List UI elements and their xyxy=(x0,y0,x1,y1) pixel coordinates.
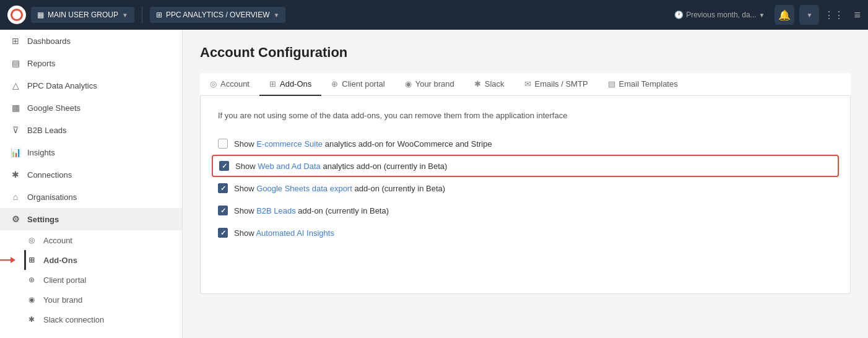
connections-icon: ✱ xyxy=(10,169,21,180)
clock-icon: 🕐 xyxy=(674,11,684,19)
dashboards-icon: ⊞ xyxy=(10,35,21,46)
page-title: Account Configuration xyxy=(200,45,851,61)
sidebar-label-client-portal: Client portal xyxy=(43,275,86,285)
sidebar-item-settings[interactable]: ⚙ Settings xyxy=(0,208,182,230)
checkbox-row-web-ad-data: Show Web and Ad Data analytics add-on (c… xyxy=(212,155,839,177)
topbar-separator xyxy=(142,6,142,24)
ecommerce-link[interactable]: E-commerce Suite xyxy=(256,139,323,149)
sidebar-label-insights: Insights xyxy=(27,148,55,157)
sidebar-item-client-portal[interactable]: ⊕ Client portal xyxy=(26,270,182,290)
sidebar-item-connections[interactable]: ✱ Connections xyxy=(0,163,182,186)
sidebar-label-sheets: Google Sheets xyxy=(27,103,80,113)
checkbox-google-sheets[interactable] xyxy=(218,183,228,193)
tab-client-portal[interactable]: ⊕ Client portal xyxy=(321,73,394,96)
tab-email-templates-label: Email Templates xyxy=(619,79,678,89)
topbar-chevron-btn[interactable]: ▼ xyxy=(799,5,819,25)
sidebar-item-account[interactable]: ◎ Account xyxy=(26,230,182,250)
sidebar-item-dashboards[interactable]: ⊞ Dashboards xyxy=(0,30,182,52)
main-content: Account Configuration ◎ Account ⊞ Add-On… xyxy=(183,30,868,338)
checkbox-ecommerce[interactable] xyxy=(218,139,228,149)
group-label: MAIN USER GROUP xyxy=(48,11,118,19)
content-panel: If you are not using some of the data ad… xyxy=(200,96,851,294)
sidebar-item-insights[interactable]: 📊 Insights xyxy=(0,141,182,163)
settings-icon: ⚙ xyxy=(10,214,21,225)
sidebar-item-organisations[interactable]: ⌂ Organisations xyxy=(0,186,182,208)
tab-addons-label: Add-Ons xyxy=(280,79,311,89)
checkbox-row-ecommerce: Show E-commerce Suite analytics add-on f… xyxy=(218,132,833,155)
page-icon: ⊞ xyxy=(156,11,162,19)
tab-your-brand[interactable]: ◉ Your brand xyxy=(395,73,464,96)
sidebar-label-reports: Reports xyxy=(27,59,56,68)
sidebar-item-add-ons[interactable]: ⊞ Add-Ons xyxy=(24,250,182,270)
sidebar: ⊞ Dashboards ▤ Reports △ PPC Data Analyt… xyxy=(0,30,183,338)
sidebar-label-ppc: PPC Data Analytics xyxy=(27,81,97,90)
sheets-link[interactable]: Google Sheets data export xyxy=(256,184,352,193)
date-chevron-icon: ▼ xyxy=(759,12,765,19)
tab-email-templates[interactable]: ▤ Email Templates xyxy=(598,73,688,96)
tab-addons-icon: ⊞ xyxy=(269,79,276,89)
checkbox-sheets-label: Show Google Sheets data export add-on (c… xyxy=(234,184,445,193)
tab-emails-icon: ✉ xyxy=(524,79,531,89)
tabs: ◎ Account ⊞ Add-Ons ⊕ Client portal ◉ Yo… xyxy=(200,73,851,96)
tab-your-brand-label: Your brand xyxy=(415,79,454,89)
tab-slack-label: Slack xyxy=(485,79,505,89)
sidebar-item-your-brand[interactable]: ◉ Your brand xyxy=(26,290,182,310)
sidebar-item-reports[interactable]: ▤ Reports xyxy=(0,52,182,74)
page-selector[interactable]: ⊞ PPC ANALYTICS / OVERVIEW ▼ xyxy=(150,7,286,23)
checkbox-ecommerce-label: Show E-commerce Suite analytics add-on f… xyxy=(234,139,492,149)
sidebar-item-slack-connection[interactable]: ✱ Slack connection xyxy=(26,310,182,329)
date-label: Previous month, da... xyxy=(686,11,756,19)
tab-account[interactable]: ◎ Account xyxy=(200,73,259,96)
content-description: If you are not using some of the data ad… xyxy=(218,111,833,120)
web-ad-link[interactable]: Web and Ad Data xyxy=(258,162,321,171)
red-arrow-annotation xyxy=(0,257,15,263)
sidebar-label-b2b: B2B Leads xyxy=(27,126,67,135)
sidebar-item-google-sheets[interactable]: ▦ Google Sheets xyxy=(0,97,182,119)
addons-icon: ⊞ xyxy=(26,254,37,266)
page-label: PPC ANALYTICS / OVERVIEW xyxy=(166,11,270,19)
layout: ⊞ Dashboards ▤ Reports △ PPC Data Analyt… xyxy=(0,30,868,338)
page-chevron-icon: ▼ xyxy=(274,12,280,19)
sidebar-label-connections: Connections xyxy=(27,170,72,180)
organisations-icon: ⌂ xyxy=(10,191,21,202)
tab-client-portal-icon: ⊕ xyxy=(331,79,338,89)
topbar: ▦ MAIN USER GROUP ▼ ⊞ PPC ANALYTICS / OV… xyxy=(0,0,868,30)
checkbox-ai-insights[interactable] xyxy=(218,228,228,238)
tab-emails-label: Emails / SMTP xyxy=(535,79,588,89)
tab-account-icon: ◎ xyxy=(210,79,217,89)
notification-icon[interactable]: 🔔 xyxy=(775,5,794,25)
tab-emails-smtp[interactable]: ✉ Emails / SMTP xyxy=(514,73,598,96)
checkbox-row-google-sheets: Show Google Sheets data export add-on (c… xyxy=(218,177,833,199)
checkbox-row-b2b-leads: Show B2B Leads add-on (currently in Beta… xyxy=(218,199,833,222)
sidebar-label-account: Account xyxy=(43,236,72,245)
tab-slack-icon: ✱ xyxy=(474,79,481,89)
tab-add-ons[interactable]: ⊞ Add-Ons xyxy=(259,73,321,96)
checkbox-row-ai-insights: Show Automated AI Insights xyxy=(218,222,833,244)
account-icon: ◎ xyxy=(26,235,37,246)
sidebar-item-ppc-data[interactable]: △ PPC Data Analytics xyxy=(0,74,182,97)
group-icon: ▦ xyxy=(37,11,44,19)
checkbox-b2b-leads[interactable] xyxy=(218,206,228,215)
slack-icon: ✱ xyxy=(26,314,37,325)
tab-slack[interactable]: ✱ Slack xyxy=(464,73,514,96)
checkbox-web-ad-data[interactable] xyxy=(219,161,229,171)
ai-link[interactable]: Automated AI Insights xyxy=(256,228,334,238)
b2b-icon: ⊽ xyxy=(10,124,21,136)
tab-email-templates-icon: ▤ xyxy=(608,79,615,89)
hamburger-icon[interactable]: ≡ xyxy=(854,9,861,22)
checkbox-web-ad-label: Show Web and Ad Data analytics add-on (c… xyxy=(235,162,447,171)
tab-client-portal-label: Client portal xyxy=(342,79,384,89)
sidebar-item-b2b-leads[interactable]: ⊽ B2B Leads xyxy=(0,119,182,141)
sidebar-label-organisations: Organisations xyxy=(27,193,77,202)
sidebar-label-settings: Settings xyxy=(27,215,59,224)
app-logo xyxy=(7,6,26,24)
checkbox-ai-label: Show Automated AI Insights xyxy=(234,228,334,238)
share-icon[interactable]: ⋮⋮ xyxy=(824,9,844,21)
client-portal-icon: ⊕ xyxy=(26,274,37,285)
b2b-link[interactable]: B2B Leads xyxy=(256,206,296,215)
settings-submenu: ◎ Account ⊞ Add-Ons ⊕ Client portal ◉ Yo… xyxy=(0,230,182,329)
group-selector[interactable]: ▦ MAIN USER GROUP ▼ xyxy=(31,7,134,23)
date-selector[interactable]: 🕐 Previous month, da... ▼ xyxy=(674,11,765,19)
reports-icon: ▤ xyxy=(10,58,21,69)
insights-icon: 📊 xyxy=(10,147,21,158)
